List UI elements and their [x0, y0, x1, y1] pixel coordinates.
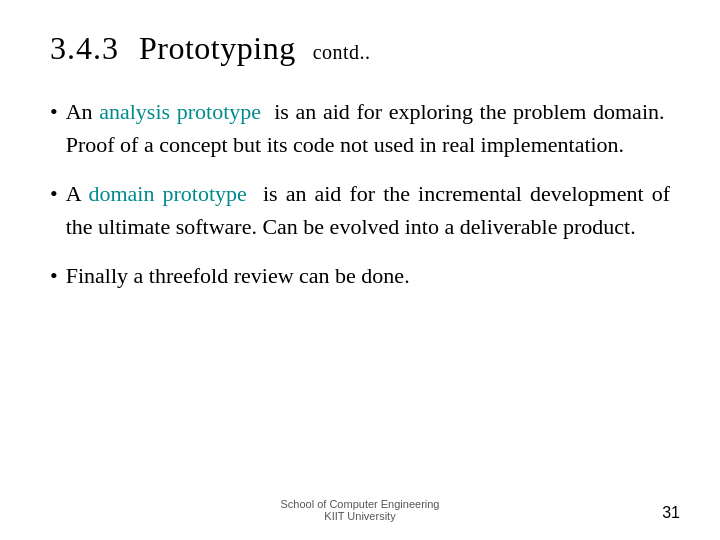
highlight-analysis-prototype: analysis prototype [99, 99, 261, 124]
title-main-text: Prototyping [139, 30, 296, 66]
footer: School of Computer Engineering KIIT Univ… [0, 498, 720, 522]
bullet-text-2: A domain prototype is an aid for the inc… [66, 177, 670, 243]
bullet-dot: • [50, 95, 58, 128]
content-area: • An analysis prototype is an aid for ex… [50, 95, 670, 292]
section-number: 3.4.3 [50, 30, 119, 67]
bullet-text-3: Finally a threefold review can be done. [66, 259, 410, 292]
page-number: 31 [662, 504, 680, 522]
list-item: • Finally a threefold review can be done… [50, 259, 670, 292]
highlight-domain-prototype: domain prototype [88, 181, 246, 206]
bullet-text-1: An analysis prototype is an aid for expl… [66, 95, 670, 161]
bullet-dot: • [50, 259, 58, 292]
footer-line1: School of Computer Engineering [281, 498, 440, 510]
bullet-dot: • [50, 177, 58, 210]
title-contd: contd.. [313, 41, 371, 63]
footer-text: School of Computer Engineering KIIT Univ… [281, 498, 440, 522]
list-item: • A domain prototype is an aid for the i… [50, 177, 670, 243]
footer-line2: KIIT University [324, 510, 395, 522]
title-row: 3.4.3 Prototyping contd.. [50, 30, 670, 67]
title-main: Prototyping contd.. [139, 30, 371, 67]
list-item: • An analysis prototype is an aid for ex… [50, 95, 670, 161]
slide-container: 3.4.3 Prototyping contd.. • An analysis … [0, 0, 720, 540]
